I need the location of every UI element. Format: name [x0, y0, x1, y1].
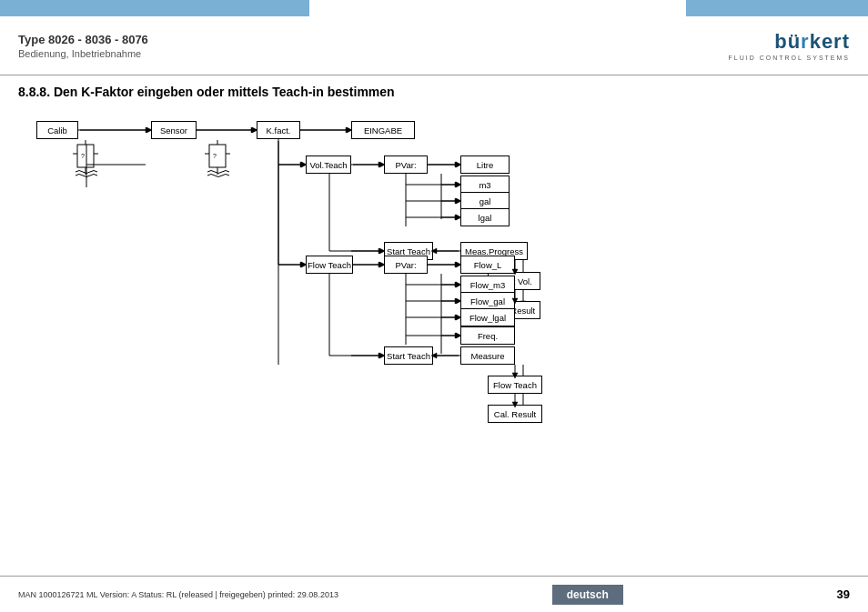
box-vol-teach: Vol.Teach: [306, 156, 351, 174]
svg-rect-59: [209, 145, 226, 167]
diagram-lines: [18, 110, 850, 565]
document-title: Type 8026 - 8036 - 8076: [18, 33, 728, 46]
box-start-teach2: Start Teach: [384, 346, 433, 365]
diagram-lines-2: [18, 110, 850, 565]
device-icon-1: ?: [68, 142, 105, 178]
box-pvar2: PVar:: [384, 256, 428, 274]
top-bar-left: [0, 0, 309, 16]
logo-name: bürkert: [774, 30, 850, 54]
logo-tagline: FLUID CONTROL SYSTEMS: [728, 55, 850, 61]
sensor-icon-1: ?: [68, 140, 105, 181]
top-bar-right: [686, 0, 868, 16]
box-flow-l: Flow_L: [460, 256, 515, 274]
svg-rect-53: [77, 145, 94, 167]
box-flow-gal: Flow_gal: [460, 292, 515, 310]
box-freq: Freq.: [460, 326, 515, 345]
box-litre: Litre: [460, 156, 510, 174]
svg-text:?: ?: [213, 153, 217, 159]
device-icon-2: ?: [200, 142, 237, 178]
svg-text:?: ?: [81, 153, 85, 159]
footer-doc-text: MAN 1000126721 ML Version: A Status: RL …: [18, 590, 338, 599]
box-gal: gal: [460, 192, 510, 210]
sensor-icon-2: ?: [200, 140, 237, 181]
footer-language: deutsch: [552, 585, 623, 605]
main-content: 8.8.8. Den K-Faktor eingeben oder mittel…: [0, 75, 868, 576]
diagram: Calib Sensor K.fact. EINGABE ?: [18, 110, 850, 565]
box-flow-teach2: Flow Teach: [488, 376, 542, 394]
box-cal-result2: Cal. Result: [488, 405, 542, 423]
box-sensor: Sensor: [151, 121, 197, 139]
section-heading: 8.8.8. Den K-Faktor eingeben oder mittel…: [18, 85, 850, 99]
box-measure: Measure: [460, 346, 515, 365]
box-eingabe: EINGABE: [351, 121, 415, 139]
header: Type 8026 - 8036 - 8076 Bedienung, Inbet…: [0, 16, 868, 75]
header-text: Type 8026 - 8036 - 8076 Bedienung, Inbet…: [18, 33, 728, 59]
box-m3: m3: [460, 176, 510, 194]
box-flow-teach: Flow Teach: [306, 256, 353, 274]
logo-area: bürkert FLUID CONTROL SYSTEMS: [728, 30, 850, 61]
box-flow-lgal: Flow_lgal: [460, 308, 515, 326]
box-flow-m3: Flow_m3: [460, 276, 515, 294]
box-kfact: K.fact.: [257, 121, 300, 139]
burkert-logo: bürkert: [774, 30, 850, 54]
box-lgal: lgal: [460, 208, 510, 226]
box-pvar1: PVar:: [384, 156, 428, 174]
footer: MAN 1000126721 ML Version: A Status: RL …: [0, 576, 868, 612]
document-subtitle: Bedienung, Inbetriebnahme: [18, 48, 728, 59]
top-bar: [0, 0, 868, 16]
box-calib: Calib: [36, 121, 78, 139]
footer-page-number: 39: [837, 587, 850, 601]
